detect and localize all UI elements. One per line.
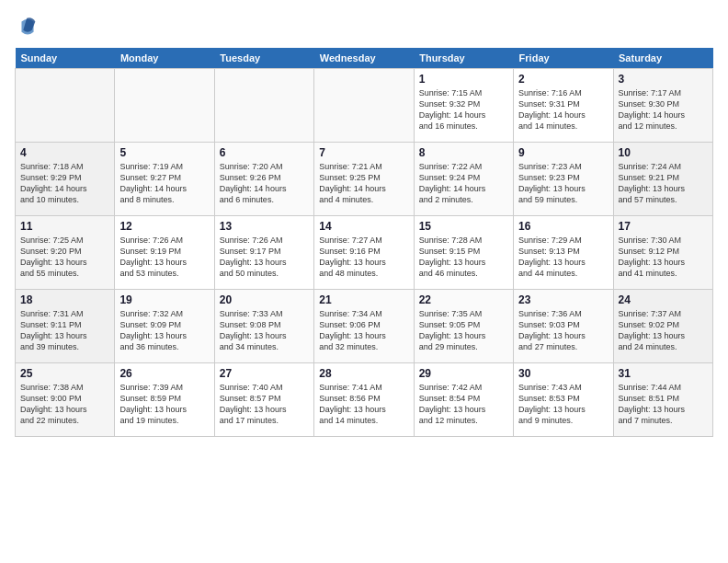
day-info: Sunrise: 7:37 AM Sunset: 9:02 PM Dayligh… bbox=[619, 308, 708, 353]
logo-icon bbox=[15, 15, 40, 40]
day-info: Sunrise: 7:23 AM Sunset: 9:23 PM Dayligh… bbox=[518, 161, 608, 206]
table-row: 11Sunrise: 7:25 AM Sunset: 9:20 PM Dayli… bbox=[16, 216, 115, 290]
table-row: 28Sunrise: 7:41 AM Sunset: 8:56 PM Dayli… bbox=[314, 363, 414, 437]
table-row bbox=[16, 69, 115, 143]
table-row: 13Sunrise: 7:26 AM Sunset: 9:17 PM Dayli… bbox=[214, 216, 313, 290]
table-row: 23Sunrise: 7:36 AM Sunset: 9:03 PM Dayli… bbox=[514, 290, 613, 363]
weekday-header-row: SundayMondayTuesdayWednesdayThursdayFrid… bbox=[16, 48, 713, 69]
day-number: 27 bbox=[220, 367, 309, 380]
day-number: 24 bbox=[619, 293, 708, 306]
day-info: Sunrise: 7:31 AM Sunset: 9:11 PM Dayligh… bbox=[20, 308, 109, 353]
day-info: Sunrise: 7:42 AM Sunset: 8:54 PM Dayligh… bbox=[419, 382, 508, 427]
day-info: Sunrise: 7:15 AM Sunset: 9:32 PM Dayligh… bbox=[419, 87, 508, 132]
calendar-table: SundayMondayTuesdayWednesdayThursdayFrid… bbox=[15, 48, 713, 437]
table-row: 8Sunrise: 7:22 AM Sunset: 9:24 PM Daylig… bbox=[414, 143, 513, 216]
table-row: 16Sunrise: 7:29 AM Sunset: 9:13 PM Dayli… bbox=[514, 216, 613, 290]
table-row: 1Sunrise: 7:15 AM Sunset: 9:32 PM Daylig… bbox=[414, 69, 513, 143]
page-header bbox=[15, 15, 713, 40]
week-row-4: 18Sunrise: 7:31 AM Sunset: 9:11 PM Dayli… bbox=[16, 290, 713, 363]
table-row: 31Sunrise: 7:44 AM Sunset: 8:51 PM Dayli… bbox=[613, 363, 712, 437]
day-info: Sunrise: 7:28 AM Sunset: 9:15 PM Dayligh… bbox=[419, 235, 508, 280]
day-number: 12 bbox=[119, 220, 209, 233]
week-row-3: 11Sunrise: 7:25 AM Sunset: 9:20 PM Dayli… bbox=[16, 216, 713, 290]
day-number: 6 bbox=[220, 146, 309, 159]
table-row: 21Sunrise: 7:34 AM Sunset: 9:06 PM Dayli… bbox=[314, 290, 414, 363]
day-number: 17 bbox=[619, 220, 708, 233]
table-row: 10Sunrise: 7:24 AM Sunset: 9:21 PM Dayli… bbox=[613, 143, 712, 216]
day-number: 31 bbox=[619, 367, 708, 380]
table-row: 27Sunrise: 7:40 AM Sunset: 8:57 PM Dayli… bbox=[214, 363, 313, 437]
day-info: Sunrise: 7:27 AM Sunset: 9:16 PM Dayligh… bbox=[319, 235, 408, 280]
table-row: 25Sunrise: 7:38 AM Sunset: 9:00 PM Dayli… bbox=[16, 363, 115, 437]
table-row: 12Sunrise: 7:26 AM Sunset: 9:19 PM Dayli… bbox=[115, 216, 214, 290]
table-row bbox=[214, 69, 313, 143]
header-friday: Friday bbox=[514, 48, 613, 69]
day-info: Sunrise: 7:43 AM Sunset: 8:53 PM Dayligh… bbox=[518, 382, 608, 427]
header-tuesday: Tuesday bbox=[214, 48, 313, 69]
day-number: 5 bbox=[119, 146, 209, 159]
day-number: 22 bbox=[419, 293, 508, 306]
table-row: 4Sunrise: 7:18 AM Sunset: 9:29 PM Daylig… bbox=[16, 143, 115, 216]
header-thursday: Thursday bbox=[414, 48, 513, 69]
day-number: 9 bbox=[518, 146, 608, 159]
day-number: 14 bbox=[319, 220, 408, 233]
table-row: 14Sunrise: 7:27 AM Sunset: 9:16 PM Dayli… bbox=[314, 216, 414, 290]
day-number: 16 bbox=[518, 220, 608, 233]
week-row-1: 1Sunrise: 7:15 AM Sunset: 9:32 PM Daylig… bbox=[16, 69, 713, 143]
day-number: 7 bbox=[319, 146, 408, 159]
table-row: 2Sunrise: 7:16 AM Sunset: 9:31 PM Daylig… bbox=[514, 69, 613, 143]
day-number: 3 bbox=[619, 73, 708, 86]
table-row: 29Sunrise: 7:42 AM Sunset: 8:54 PM Dayli… bbox=[414, 363, 513, 437]
day-number: 28 bbox=[319, 367, 408, 380]
day-info: Sunrise: 7:22 AM Sunset: 9:24 PM Dayligh… bbox=[419, 161, 508, 206]
day-number: 29 bbox=[419, 367, 508, 380]
day-info: Sunrise: 7:32 AM Sunset: 9:09 PM Dayligh… bbox=[119, 308, 209, 353]
table-row: 20Sunrise: 7:33 AM Sunset: 9:08 PM Dayli… bbox=[214, 290, 313, 363]
table-row: 22Sunrise: 7:35 AM Sunset: 9:05 PM Dayli… bbox=[414, 290, 513, 363]
table-row: 7Sunrise: 7:21 AM Sunset: 9:25 PM Daylig… bbox=[314, 143, 414, 216]
day-info: Sunrise: 7:20 AM Sunset: 9:26 PM Dayligh… bbox=[220, 161, 309, 206]
day-info: Sunrise: 7:40 AM Sunset: 8:57 PM Dayligh… bbox=[220, 382, 309, 427]
day-number: 2 bbox=[518, 73, 608, 86]
header-sunday: Sunday bbox=[16, 48, 115, 69]
day-info: Sunrise: 7:26 AM Sunset: 9:17 PM Dayligh… bbox=[220, 235, 309, 280]
day-info: Sunrise: 7:24 AM Sunset: 9:21 PM Dayligh… bbox=[619, 161, 708, 206]
day-info: Sunrise: 7:38 AM Sunset: 9:00 PM Dayligh… bbox=[20, 382, 109, 427]
table-row: 3Sunrise: 7:17 AM Sunset: 9:30 PM Daylig… bbox=[613, 69, 712, 143]
day-number: 13 bbox=[220, 220, 309, 233]
day-info: Sunrise: 7:25 AM Sunset: 9:20 PM Dayligh… bbox=[20, 235, 109, 280]
day-number: 1 bbox=[419, 73, 508, 86]
logo bbox=[15, 15, 44, 40]
day-info: Sunrise: 7:19 AM Sunset: 9:27 PM Dayligh… bbox=[119, 161, 209, 206]
table-row bbox=[115, 69, 214, 143]
day-info: Sunrise: 7:33 AM Sunset: 9:08 PM Dayligh… bbox=[220, 308, 309, 353]
day-number: 19 bbox=[119, 293, 209, 306]
day-info: Sunrise: 7:26 AM Sunset: 9:19 PM Dayligh… bbox=[119, 235, 209, 280]
day-info: Sunrise: 7:21 AM Sunset: 9:25 PM Dayligh… bbox=[319, 161, 408, 206]
day-number: 10 bbox=[619, 146, 708, 159]
day-info: Sunrise: 7:29 AM Sunset: 9:13 PM Dayligh… bbox=[518, 235, 608, 280]
table-row: 5Sunrise: 7:19 AM Sunset: 9:27 PM Daylig… bbox=[115, 143, 214, 216]
table-row: 17Sunrise: 7:30 AM Sunset: 9:12 PM Dayli… bbox=[613, 216, 712, 290]
table-row bbox=[314, 69, 414, 143]
table-row: 9Sunrise: 7:23 AM Sunset: 9:23 PM Daylig… bbox=[514, 143, 613, 216]
day-number: 20 bbox=[220, 293, 309, 306]
day-number: 25 bbox=[20, 367, 109, 380]
day-info: Sunrise: 7:41 AM Sunset: 8:56 PM Dayligh… bbox=[319, 382, 408, 427]
day-info: Sunrise: 7:35 AM Sunset: 9:05 PM Dayligh… bbox=[419, 308, 508, 353]
week-row-2: 4Sunrise: 7:18 AM Sunset: 9:29 PM Daylig… bbox=[16, 143, 713, 216]
day-number: 11 bbox=[20, 220, 109, 233]
table-row: 30Sunrise: 7:43 AM Sunset: 8:53 PM Dayli… bbox=[514, 363, 613, 437]
day-number: 26 bbox=[119, 367, 209, 380]
day-info: Sunrise: 7:18 AM Sunset: 9:29 PM Dayligh… bbox=[20, 161, 109, 206]
day-number: 30 bbox=[518, 367, 608, 380]
day-info: Sunrise: 7:16 AM Sunset: 9:31 PM Dayligh… bbox=[518, 87, 608, 132]
day-number: 8 bbox=[419, 146, 508, 159]
day-info: Sunrise: 7:44 AM Sunset: 8:51 PM Dayligh… bbox=[619, 382, 708, 427]
day-info: Sunrise: 7:30 AM Sunset: 9:12 PM Dayligh… bbox=[619, 235, 708, 280]
day-number: 23 bbox=[518, 293, 608, 306]
day-info: Sunrise: 7:34 AM Sunset: 9:06 PM Dayligh… bbox=[319, 308, 408, 353]
header-saturday: Saturday bbox=[613, 48, 712, 69]
day-number: 18 bbox=[20, 293, 109, 306]
day-info: Sunrise: 7:36 AM Sunset: 9:03 PM Dayligh… bbox=[518, 308, 608, 353]
